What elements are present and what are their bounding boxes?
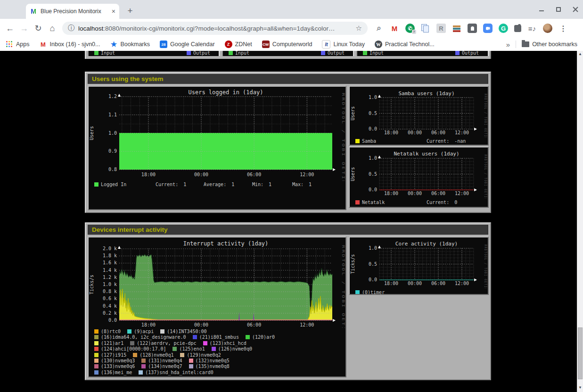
- bookmark-practical-technology[interactable]: W Practical Technol...: [375, 41, 435, 48]
- wordpress-icon: W: [375, 41, 382, 48]
- gmail-icon[interactable]: M: [390, 24, 399, 33]
- legend-input: Input: [94, 51, 115, 56]
- grammarly-icon[interactable]: G: [499, 24, 508, 33]
- page-info-icon[interactable]: ⓘ: [68, 24, 74, 33]
- svg-text:1.0: 1.0: [369, 245, 377, 251]
- svg-text:18:00: 18:00: [384, 281, 398, 286]
- search-icon[interactable]: ⌕: [374, 24, 384, 33]
- legend-stat: Current:0: [427, 200, 457, 205]
- users-logged-in-graph[interactable]: 0.80.91.01.11.218:0000:0006:0012:00Users…: [88, 86, 346, 210]
- minimize-button[interactable]: [539, 7, 544, 12]
- bookmark-computerworld[interactable]: CW Computerworld: [262, 41, 312, 48]
- net-graph-panel[interactable]: Input Output: [88, 51, 220, 56]
- netatalk-users-graph[interactable]: 0.00.51.018:0000:0006:0012:00Netatalk us…: [349, 147, 489, 208]
- maximize-button[interactable]: [556, 7, 561, 12]
- svg-text:1.0: 1.0: [108, 131, 117, 136]
- svg-text:0.5: 0.5: [369, 111, 377, 116]
- legend-swatch: [141, 364, 146, 368]
- folder-icon: [522, 41, 529, 47]
- lamp-icon[interactable]: [468, 24, 477, 33]
- puzzle-extensions-icon[interactable]: [514, 25, 521, 32]
- voice-icon[interactable]: ✆?: [405, 24, 415, 33]
- menu-kebab-icon[interactable]: ⋮: [558, 24, 568, 33]
- apps-shortcut[interactable]: Apps: [6, 41, 30, 48]
- reload-button[interactable]: ↻: [31, 21, 45, 35]
- legend-item: (130)nvme0q3: [94, 358, 135, 363]
- samba-legend: SambaCurrent:-nan: [355, 139, 487, 144]
- r-extension-icon[interactable]: R: [436, 24, 446, 33]
- legend-swatch: [94, 329, 99, 334]
- svg-text:0.8: 0.8: [108, 167, 117, 172]
- playlist-music-icon[interactable]: ≡♪: [527, 24, 537, 33]
- copy-pages-icon[interactable]: [421, 24, 430, 33]
- core-activity-graph[interactable]: 0.00.51.018:0000:0006:0012:00Core activi…: [349, 237, 489, 295]
- interrupt-activity-graph[interactable]: 0.00.2 k0.4 k0.6 k0.8 k1.0 k1.2 k1.4 k1.…: [88, 237, 346, 377]
- legend-input: Input: [229, 51, 249, 56]
- scrollbar-up-arrow[interactable]: ▲: [577, 51, 583, 57]
- tab-close-icon[interactable]: ×: [112, 8, 115, 15]
- legend-stat: Current:1: [156, 182, 186, 187]
- bookmark-zdnet[interactable]: Z ZDNet: [225, 41, 252, 48]
- samba-users-graph[interactable]: 0.00.51.018:0000:0006:0012:00Samba users…: [349, 86, 489, 146]
- svg-text:06:00: 06:00: [247, 322, 261, 327]
- legend-item: (21)i801_smbus: [193, 335, 239, 340]
- bookmark-inbox[interactable]: M Inbox (16) - sjvn0...: [40, 41, 100, 48]
- scrollbar-down-arrow[interactable]: ▼: [577, 384, 583, 391]
- legend-output: Output: [455, 51, 479, 56]
- new-tab-button[interactable]: +: [124, 6, 136, 17]
- legend-item: (135)nvme0q8: [189, 364, 230, 369]
- browser-tab[interactable]: M Blue Precision Monitorix ×: [26, 4, 119, 19]
- back-button[interactable]: ←: [3, 21, 17, 35]
- legend-item: (136)mei_me: [94, 370, 132, 375]
- address-bar[interactable]: ⓘ localhost:8080/monitorix-cgi/monitorix…: [62, 22, 368, 35]
- net-graph-panel[interactable]: Input Output: [356, 51, 489, 56]
- bookmark-star-icon[interactable]: ☆: [356, 24, 362, 33]
- voice-badge: ?: [412, 30, 416, 34]
- forward-button[interactable]: →: [17, 21, 31, 35]
- page-scrollbar[interactable]: ▲ ▼: [577, 51, 583, 392]
- svg-text:12:00: 12:00: [455, 281, 469, 286]
- svg-text:00:00: 00:00: [408, 130, 422, 135]
- svg-text:12:00: 12:00: [300, 322, 314, 327]
- home-button[interactable]: ⌂: [45, 21, 59, 35]
- legend-item: Samba: [355, 139, 376, 144]
- legend-swatch: [203, 341, 207, 345]
- legend-swatch: [94, 182, 99, 187]
- tab-strip: M Blue Precision Monitorix × +: [0, 0, 583, 19]
- legend-item: (9)acpi: [127, 329, 154, 334]
- overflow-chevron-icon[interactable]: »: [506, 41, 510, 49]
- section-users: Users using the system 0.80.91.01.11.218…: [85, 72, 491, 213]
- other-bookmarks[interactable]: Other bookmarks: [522, 41, 577, 48]
- svg-text:1.0 k: 1.0 k: [103, 282, 117, 287]
- zoom-camera-icon[interactable]: [483, 24, 493, 33]
- svg-text:06:00: 06:00: [431, 191, 445, 196]
- close-button[interactable]: [573, 7, 578, 12]
- scrollbar-thumb[interactable]: [578, 327, 583, 379]
- bookmark-google-calendar[interactable]: 28 Google Calendar: [160, 41, 215, 48]
- legend-item: (14)INT3450:00: [160, 329, 206, 334]
- svg-text:RRDTOOL / TOBI OETIKER: RRDTOOL / TOBI OETIKER: [484, 245, 488, 288]
- svg-text:1.0: 1.0: [369, 95, 377, 100]
- svg-text:12:00: 12:00: [300, 172, 314, 177]
- books-stack-icon[interactable]: [452, 24, 461, 33]
- svg-text:1.0: 1.0: [369, 155, 377, 161]
- legend-swatch: [94, 341, 99, 345]
- url-text[interactable]: localhost:8080/monitorix-cgi/monitorix.c…: [78, 25, 352, 32]
- legend-item: (122)aerdrv, pcie-dpc: [130, 341, 196, 346]
- legend-swatch: [355, 200, 360, 204]
- bookmark-label: Linux Today: [333, 41, 365, 48]
- bookmark-label: Practical Technol...: [385, 41, 435, 48]
- browser-chrome: M Blue Precision Monitorix × + ← → ↻ ⌂ ⓘ…: [0, 0, 583, 51]
- net-graph-panel[interactable]: Input Output: [222, 51, 354, 56]
- profile-avatar[interactable]: [543, 24, 552, 33]
- svg-text:1.8 k: 1.8 k: [103, 253, 117, 258]
- svg-text:0.2 k: 0.2 k: [103, 310, 117, 316]
- section-title: Devices interrupt activity: [88, 225, 488, 235]
- bookmark-bookmarks[interactable]: ★ Bookmarks: [110, 41, 150, 48]
- browser-toolbar: ← → ↻ ⌂ ⓘ localhost:8080/monitorix-cgi/m…: [0, 19, 583, 38]
- svg-text:06:00: 06:00: [247, 172, 261, 177]
- bookmark-linux-today[interactable]: lt Linux Today: [322, 40, 365, 49]
- svg-text:0.0: 0.0: [369, 187, 377, 192]
- svg-text:18:00: 18:00: [384, 130, 398, 135]
- svg-text:1.6 k: 1.6 k: [103, 260, 117, 265]
